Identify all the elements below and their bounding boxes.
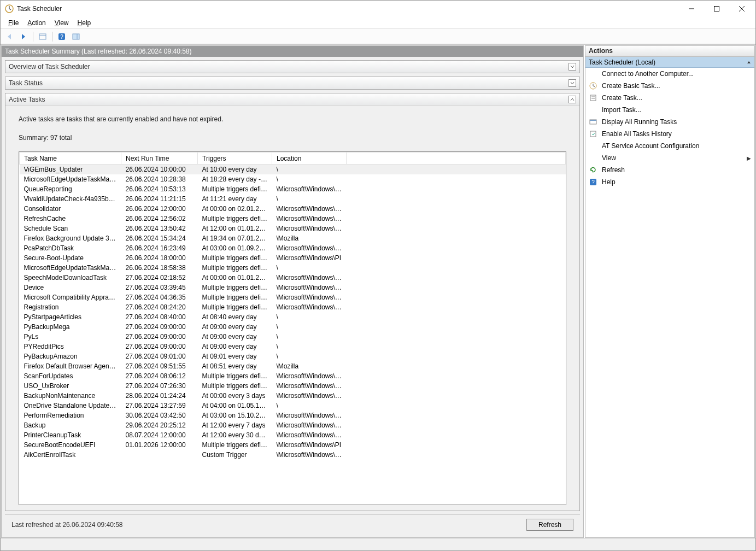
- chevron-down-icon[interactable]: [569, 79, 576, 87]
- table-row[interactable]: PyLs27.06.2024 09:00:00At 09:00 every da…: [20, 332, 566, 342]
- cell-name: Schedule Scan: [20, 224, 121, 233]
- cell-loc: \Microsoft\Windows\Ce...: [272, 450, 347, 460]
- table-row[interactable]: MicrosoftEdgeUpdateTaskMachine...26.06.2…: [20, 263, 566, 273]
- chevron-up-icon[interactable]: [569, 96, 576, 103]
- status-label: Task Status: [9, 79, 43, 87]
- table-row[interactable]: ViGEmBus_Updater26.06.2024 10:00:00At 10…: [20, 165, 566, 174]
- table-row[interactable]: MicrosoftEdgeUpdateTaskMachine...26.06.2…: [20, 174, 566, 184]
- cell-trig: At 12:00 every 30 days: [198, 430, 272, 440]
- section-overview[interactable]: Overview of Task Scheduler: [5, 60, 580, 73]
- cell-trig: At 09:00 every day: [198, 332, 272, 342]
- table-row[interactable]: Microsoft Compatibility Appraiser27.06.2…: [20, 292, 566, 302]
- col-location[interactable]: Location: [272, 153, 347, 165]
- table-row[interactable]: SpeechModelDownloadTask27.06.2024 02:18:…: [20, 273, 566, 283]
- cell-name: PYRedditPics: [20, 342, 121, 351]
- table-row[interactable]: Backup29.06.2024 20:25:12At 12:00 every …: [20, 420, 566, 430]
- cell-loc: \: [272, 322, 347, 332]
- forward-button[interactable]: [17, 31, 30, 43]
- cell-next: 26.06.2024 18:58:38: [121, 263, 198, 273]
- menu-action[interactable]: Action: [23, 18, 50, 28]
- task-icon: [589, 93, 597, 102]
- pane-toggle-button[interactable]: [69, 31, 83, 43]
- action-refresh[interactable]: Refresh: [585, 164, 754, 176]
- section-status[interactable]: Task Status: [5, 77, 580, 90]
- cell-trig: Multiple triggers defined: [198, 292, 272, 302]
- table-row[interactable]: BackupNonMaintenance28.06.2024 01:24:24A…: [20, 391, 566, 401]
- table-row[interactable]: ScanForUpdates27.06.2024 08:06:12Multipl…: [20, 371, 566, 381]
- cell-trig: At 19:34 on 07.01.2023 - ...: [198, 233, 272, 243]
- col-next-run[interactable]: Next Run Time: [121, 153, 198, 165]
- active-tasks-header[interactable]: Active Tasks: [5, 93, 579, 105]
- chevron-down-icon[interactable]: [569, 63, 576, 71]
- cell-loc: \: [272, 332, 347, 342]
- col-task-name[interactable]: Task Name: [20, 153, 121, 165]
- table-row[interactable]: PerformRemediation30.06.2024 03:42:50At …: [20, 411, 566, 420]
- properties-button[interactable]: [36, 31, 49, 43]
- action-label: Create Task...: [602, 94, 751, 102]
- cell-next: 26.06.2024 15:34:24: [121, 233, 198, 243]
- table-row[interactable]: SecureBootEncodeUEFI01.01.2026 12:00:00M…: [20, 440, 566, 450]
- cell-name: BackupNonMaintenance: [20, 391, 121, 401]
- table-row[interactable]: PcaPatchDbTask26.06.2024 16:23:49At 03:0…: [20, 243, 566, 253]
- table-row[interactable]: PYRedditPics27.06.2024 09:00:00At 09:00 …: [20, 342, 566, 351]
- maximize-button[interactable]: [704, 1, 729, 17]
- cell-name: PyLs: [20, 332, 121, 342]
- svg-text:?: ?: [591, 179, 595, 185]
- table-row[interactable]: QueueReporting26.06.2024 10:53:13Multipl…: [20, 184, 566, 194]
- table-row[interactable]: Firefox Default Browser Agent 308...27.0…: [20, 361, 566, 371]
- action-connect-to-another-computer[interactable]: Connect to Another Computer...: [585, 68, 754, 80]
- cell-next: 27.06.2024 08:06:12: [121, 371, 198, 381]
- col-triggers[interactable]: Triggers: [198, 153, 272, 165]
- close-button[interactable]: [729, 1, 754, 17]
- table-row[interactable]: Secure-Boot-Update26.06.2024 18:00:00Mul…: [20, 253, 566, 263]
- action-at-service-account-configuration[interactable]: AT Service Account Configuration: [585, 140, 754, 152]
- cell-next: 29.06.2024 20:25:12: [121, 420, 198, 430]
- table-row[interactable]: Device27.06.2024 03:39:45Multiple trigge…: [20, 283, 566, 292]
- menu-help[interactable]: Help: [73, 18, 96, 28]
- cell-trig: Multiple triggers defined: [198, 253, 272, 263]
- table-row[interactable]: AikCertEnrollTaskCustom Trigger\Microsof…: [20, 450, 566, 460]
- back-button[interactable]: [3, 31, 16, 43]
- menu-file[interactable]: File: [4, 18, 23, 28]
- table-row[interactable]: Consolidator26.06.2024 12:00:00At 00:00 …: [20, 204, 566, 214]
- table-row[interactable]: PrinterCleanupTask08.07.2024 12:00:00At …: [20, 430, 566, 440]
- action-help[interactable]: ?Help: [585, 176, 754, 188]
- cell-next: 27.06.2024 13:27:59: [121, 401, 198, 411]
- cell-next: 27.06.2024 02:18:52: [121, 273, 198, 283]
- cell-loc: \Microsoft\Windows\Cl...: [272, 420, 347, 430]
- svg-rect-7: [39, 34, 46, 39]
- cell-trig: At 10:00 every day: [198, 165, 272, 174]
- blank-icon: [589, 105, 597, 114]
- table-row[interactable]: Firefox Background Update 308046...26.06…: [20, 233, 566, 243]
- cell-name: Consolidator: [20, 204, 121, 214]
- table-row[interactable]: PyBackupMega27.06.2024 09:00:00At 09:00 …: [20, 322, 566, 332]
- table-row[interactable]: RefreshCache26.06.2024 12:56:02Multiple …: [20, 214, 566, 224]
- help-button[interactable]: ?: [55, 31, 68, 43]
- menu-view[interactable]: View: [50, 18, 73, 28]
- table-row[interactable]: Registration27.06.2024 08:24:20Multiple …: [20, 302, 566, 312]
- table-row[interactable]: VivaldiUpdateCheck-f4a935bcd616...26.06.…: [20, 194, 566, 204]
- action-create-task[interactable]: Create Task...: [585, 92, 754, 104]
- action-create-basic-task[interactable]: Create Basic Task...: [585, 80, 754, 92]
- action-label: Import Task...: [602, 106, 751, 114]
- table-row[interactable]: PyStartpageArticles27.06.2024 08:40:00At…: [20, 312, 566, 322]
- cell-trig: At 08:40 every day: [198, 312, 272, 322]
- col-spacer: [347, 153, 566, 165]
- table-row[interactable]: OneDrive Standalone Update Task-...27.06…: [20, 401, 566, 411]
- actions-context[interactable]: Task Scheduler (Local): [585, 57, 754, 68]
- table-header-row: Task Name Next Run Time Triggers Locatio…: [20, 153, 566, 165]
- table-row[interactable]: PyBackupAmazon27.06.2024 09:01:00At 09:0…: [20, 351, 566, 361]
- refresh-button[interactable]: Refresh: [526, 519, 573, 531]
- blank-icon: [589, 69, 597, 78]
- action-import-task[interactable]: Import Task...: [585, 104, 754, 116]
- toolbar-separator: [52, 32, 52, 42]
- table-row[interactable]: USO_UxBroker27.06.2024 07:26:30Multiple …: [20, 381, 566, 391]
- action-enable-all-tasks-history[interactable]: Enable All Tasks History: [585, 128, 754, 140]
- action-display-all-running-tasks[interactable]: Display All Running Tasks: [585, 116, 754, 128]
- minimize-button[interactable]: [679, 1, 704, 17]
- cell-name: QueueReporting: [20, 184, 121, 194]
- table-scroll[interactable]: Task Name Next Run Time Triggers Locatio…: [19, 152, 566, 505]
- table-row[interactable]: Schedule Scan26.06.2024 13:50:42At 12:00…: [20, 224, 566, 233]
- action-view[interactable]: View▶: [585, 152, 754, 164]
- cell-loc: \Microsoft\Windows\Sp...: [272, 273, 347, 283]
